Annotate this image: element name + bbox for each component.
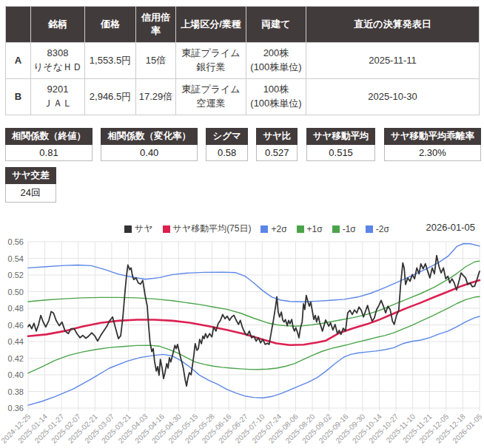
col-header-hedge: 両建て — [246, 7, 306, 43]
hedge-shares: 100株 — [248, 83, 304, 97]
legend-item: -1σ — [332, 224, 356, 234]
market-sector-cell: 東証プライム 銀行業 — [176, 43, 246, 79]
legend-label: -2σ — [376, 224, 389, 234]
legend-item: +1σ — [297, 224, 323, 234]
margin-ratio: 15倍 — [136, 43, 176, 79]
stat-label: サヤ移動平均 — [306, 128, 376, 145]
stat-label: サヤ交差 — [5, 167, 56, 184]
axis-tick-label: 0.56 — [8, 237, 24, 246]
legend-swatch-icon — [366, 225, 373, 233]
stat-label: 相関係数（終値） — [5, 128, 93, 145]
stock-name-cell: 9201 ＪＡＬ — [31, 79, 85, 115]
row-id: B — [6, 79, 31, 115]
stock-code: 8308 — [33, 47, 83, 61]
stat-value: 0.527 — [256, 145, 298, 161]
axis-tick-label: 0.44 — [8, 337, 24, 346]
legend-swatch-icon — [261, 225, 268, 233]
col-header-name: 銘柄 — [31, 7, 85, 43]
series-サヤ移動平均(75日) — [28, 280, 480, 345]
axis-tick-label: 0.46 — [8, 321, 24, 330]
stock-name: りそなＨＤ — [33, 61, 83, 75]
stat-label: サヤ移動平均乖離率 — [384, 128, 481, 145]
stats-row-2: サヤ交差 24回 — [5, 167, 479, 203]
hedge-cell: 100株 (100株単位) — [246, 79, 306, 115]
stat-label: サヤ比 — [256, 128, 298, 145]
col-header-price: 価格 — [85, 7, 136, 43]
series-+1σ — [28, 261, 480, 326]
hedge-unit: (100株単位) — [248, 97, 304, 111]
margin-ratio: 17.29倍 — [136, 79, 176, 115]
stat-value: 2.30% — [384, 145, 481, 161]
axis-tick-label: 0.48 — [8, 304, 24, 313]
table-row-a: A 8308 りそなＨＤ 1,553.5円 15倍 東証プライム 銀行業 200… — [6, 43, 480, 79]
stock-price: 1,553.5円 — [85, 43, 136, 79]
stats-row: 相関係数（終値） 0.81 相関係数（変化率） 0.40 シグマ 0.58 サヤ… — [5, 128, 479, 161]
hedge-unit: (100株単位) — [248, 61, 304, 75]
stat-label: シグマ — [206, 128, 247, 145]
market: 東証プライム — [178, 47, 244, 61]
stock-name-cell: 8308 りそなＨＤ — [31, 43, 85, 79]
stat-saya-ratio: サヤ比 0.527 — [256, 128, 298, 161]
legend-label: -1σ — [343, 224, 356, 234]
stat-saya-ma-deviation: サヤ移動平均乖離率 2.30% — [384, 128, 481, 161]
stock-code: 9201 — [33, 83, 83, 97]
axis-tick-label: 0.42 — [8, 354, 24, 363]
col-header-earnings: 直近の決算発表日 — [306, 7, 480, 43]
spread-chart[interactable]: 2024-12-252025-01-142025-01-272025-02-07… — [0, 224, 484, 448]
stat-saya-ma: サヤ移動平均 0.515 — [306, 128, 376, 161]
legend-swatch-icon — [163, 225, 170, 233]
axis-tick-label: 0.38 — [8, 387, 24, 396]
legend-swatch-icon — [332, 225, 340, 233]
row-id: A — [6, 43, 31, 79]
legend-swatch-icon — [297, 225, 304, 233]
table-header-row: 銘柄 価格 信用倍率 上場区分/業種 両建て 直近の決算発表日 — [6, 7, 480, 43]
chart-legend: サヤサヤ移動平均(75日)+2σ+1σ-1σ-2σ — [124, 223, 389, 235]
axis-tick-label: 0.40 — [8, 370, 24, 379]
legend-item: サヤ — [124, 223, 153, 235]
earnings-date: 2025-11-11 — [306, 43, 480, 79]
legend-label: +2σ — [271, 224, 286, 234]
stat-saya-cross: サヤ交差 24回 — [5, 167, 56, 203]
legend-label: +1σ — [307, 224, 323, 234]
series-+2σ — [28, 244, 480, 302]
stat-sigma: シグマ 0.58 — [206, 128, 247, 161]
stock-name: ＪＡＬ — [33, 97, 83, 111]
stock-price: 2,946.5円 — [85, 79, 136, 115]
stat-value: 0.58 — [206, 145, 247, 161]
sector: 銀行業 — [178, 61, 244, 75]
hedge-cell: 200株 (100株単位) — [246, 43, 306, 79]
legend-label: サヤ — [135, 223, 153, 235]
stat-value: 0.81 — [5, 145, 93, 161]
legend-label: サヤ移動平均(75日) — [173, 223, 252, 235]
axis-tick-label: 0.54 — [8, 254, 24, 263]
spread-chart-svg: 2024-12-252025-01-142025-01-272025-02-07… — [0, 224, 484, 448]
axis-tick-label: 0.36 — [8, 404, 24, 413]
stat-value: 0.515 — [306, 145, 376, 161]
legend-item: サヤ移動平均(75日) — [163, 223, 252, 235]
col-header-margin: 信用倍率 — [136, 7, 176, 43]
market-sector-cell: 東証プライム 空運業 — [176, 79, 246, 115]
page: 銘柄 価格 信用倍率 上場区分/業種 両建て 直近の決算発表日 A 8308 り… — [0, 0, 484, 448]
axis-tick-label: 0.50 — [8, 288, 24, 296]
hedge-shares: 200株 — [248, 47, 304, 61]
stat-value: 0.40 — [101, 145, 198, 161]
legend-item: +2σ — [261, 224, 286, 234]
sector: 空運業 — [178, 97, 244, 111]
corner-cell — [6, 7, 31, 43]
earnings-date: 2025-10-30 — [306, 79, 480, 115]
stat-correlation-close: 相関係数（終値） 0.81 — [5, 128, 93, 161]
stat-label: 相関係数（変化率） — [101, 128, 198, 145]
chart-area: サヤサヤ移動平均(75日)+2σ+1σ-1σ-2σ 2026-01-05 202… — [0, 224, 484, 448]
col-header-market: 上場区分/業種 — [176, 7, 246, 43]
market: 東証プライム — [178, 83, 244, 97]
legend-swatch-icon — [124, 225, 132, 233]
series--2σ — [28, 316, 480, 405]
axis-tick-label: 0.52 — [8, 271, 24, 279]
chart-date-label: 2026-01-05 — [426, 222, 476, 233]
stat-correlation-change: 相関係数（変化率） 0.40 — [101, 128, 198, 161]
legend-item: -2σ — [366, 224, 389, 234]
pair-info-table: 銘柄 価格 信用倍率 上場区分/業種 両建て 直近の決算発表日 A 8308 り… — [5, 6, 480, 115]
stat-value: 24回 — [5, 184, 56, 203]
table-row-b: B 9201 ＪＡＬ 2,946.5円 17.29倍 東証プライム 空運業 10… — [6, 79, 480, 115]
